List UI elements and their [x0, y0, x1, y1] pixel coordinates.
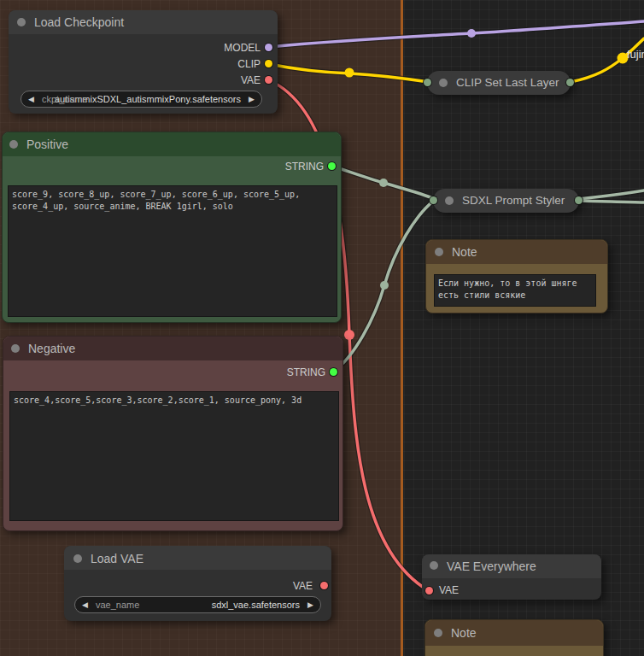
collapse-dot-icon[interactable]: [11, 344, 20, 353]
node-title: Positive: [26, 138, 68, 151]
collapse-dot-icon[interactable]: [435, 248, 443, 256]
ckpt-name-label: ckpt_name: [42, 94, 88, 104]
collapse-dot-icon[interactable]: [73, 554, 82, 563]
link-dot-vae[interactable]: [344, 330, 354, 340]
collapse-dot-icon[interactable]: [9, 140, 18, 149]
collapse-dot-icon[interactable]: [445, 196, 454, 205]
link-dot-string-pos[interactable]: [379, 179, 388, 187]
vae-name-label: vae_name: [96, 600, 139, 610]
combo-right-arrow-icon[interactable]: ▶: [249, 96, 255, 103]
combo-left-arrow-icon[interactable]: ◀: [82, 601, 88, 609]
output-label-vae: VAE: [293, 581, 313, 591]
node-title: CLIP Set Last Layer: [456, 76, 559, 89]
node-title: Load Checkpoint: [34, 15, 124, 29]
output-label-string: STRING: [287, 367, 325, 378]
output-dot-clip[interactable]: [265, 60, 272, 67]
node-title: Note: [452, 245, 477, 259]
node-vae-everywhere[interactable]: VAE Everywhere VAE: [422, 554, 601, 600]
wire-model: [269, 21, 644, 47]
node-sdxl-prompt-styler[interactable]: SDXL Prompt Styler: [433, 189, 579, 213]
node-load-checkpoint[interactable]: Load Checkpoint MODEL CLIP VAE ◀ autismm…: [9, 10, 278, 114]
input-dot[interactable]: [430, 196, 437, 204]
output-dot-string[interactable]: [330, 368, 337, 376]
link-dot-model[interactable]: [467, 29, 476, 38]
output-label-model: MODEL: [224, 43, 261, 53]
collapse-dot-icon[interactable]: [434, 629, 442, 637]
output-label-string: STRING: [285, 161, 324, 172]
combo-left-arrow-icon[interactable]: ◀: [28, 96, 34, 103]
collapse-dot-icon[interactable]: [439, 79, 448, 87]
offscreen-node-title: fujin: [627, 48, 644, 61]
link-dot-string-neg[interactable]: [380, 281, 389, 290]
output-label-clip: CLIP: [237, 59, 261, 69]
vae-name-combo[interactable]: ◀ vae_name sdxl_vae.safetensors ▶: [74, 596, 321, 613]
note-text[interactable]: Если нужно, то в этой шняге есть стили в…: [434, 274, 596, 307]
output-dot[interactable]: [566, 79, 574, 86]
node-negative[interactable]: Negative STRING score_4,score_5,score_3,…: [3, 336, 343, 531]
input-dot[interactable]: [424, 79, 431, 86]
output-dot-string[interactable]: [328, 162, 336, 170]
node-title: Load VAE: [91, 552, 143, 565]
vae-name-value: sdxl_vae.safetensors: [212, 600, 300, 610]
combo-right-arrow-icon[interactable]: ▶: [307, 601, 313, 609]
node-note-top[interactable]: Note Если нужно, то в этой шняге есть ст…: [425, 239, 608, 313]
positive-text[interactable]: score_9, score_8_up, score_7_up, score_6…: [8, 185, 337, 317]
wire-string-out-b: [578, 201, 644, 202]
input-dot-vae[interactable]: [425, 587, 433, 594]
output-dot-vae[interactable]: [265, 76, 272, 84]
output-label-vae: VAE: [241, 75, 261, 85]
node-positive[interactable]: Positive STRING score_9, score_8_up, sco…: [2, 132, 342, 323]
output-dot-model[interactable]: [265, 44, 272, 51]
output-dot-vae[interactable]: [320, 582, 328, 589]
node-title: VAE Everywhere: [447, 559, 536, 573]
input-label-vae: VAE: [439, 585, 459, 595]
link-dot-clip[interactable]: [345, 68, 354, 78]
node-title: Note: [451, 626, 477, 640]
output-dot[interactable]: [575, 196, 583, 204]
node-note-bottom[interactable]: Note: [424, 619, 604, 656]
node-title: Negative: [28, 342, 75, 355]
node-clip-set-last-layer[interactable]: CLIP Set Last Layer: [427, 71, 571, 95]
collapse-dot-icon[interactable]: [17, 18, 26, 26]
node-load-vae[interactable]: Load VAE VAE ◀ vae_name sdxl_vae.safeten…: [64, 546, 331, 621]
node-title: SDXL Prompt Styler: [462, 194, 565, 207]
collapse-dot-icon[interactable]: [430, 561, 438, 570]
ckpt-name-combo[interactable]: ◀ autismmixSDXL_autismmixPony.safetensor…: [20, 91, 262, 108]
negative-text[interactable]: score_4,score_5,score_3,score_2,score_1,…: [9, 391, 339, 521]
